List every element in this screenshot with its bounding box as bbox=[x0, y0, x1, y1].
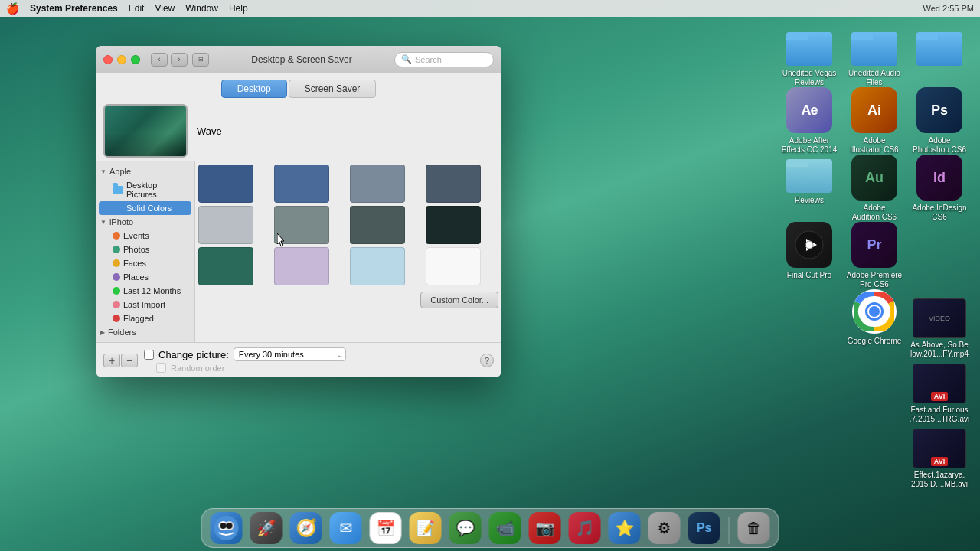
sidebar-item-events[interactable]: Events bbox=[96, 229, 194, 243]
file-icon-mp4[interactable]: VIDEO As.Above,.So.Below.201...FY.mp4 bbox=[905, 298, 974, 359]
sidebar-header-apple[interactable]: ▼ Apple bbox=[96, 165, 194, 178]
icon-label: Adobe PremierePro CS6 bbox=[847, 271, 902, 289]
tab-desktop[interactable]: Desktop bbox=[221, 80, 287, 98]
sidebar-section-label: iPhoto bbox=[109, 217, 133, 227]
desktop-icon-folder3[interactable] bbox=[909, 28, 970, 87]
color-swatch-11[interactable] bbox=[350, 247, 405, 285]
desktop-icon-ae[interactable]: Ae Adobe AfterEffects CC 2014 bbox=[779, 87, 840, 155]
sidebar-item-last12[interactable]: Last 12 Months bbox=[96, 284, 194, 298]
color-swatch-5[interactable] bbox=[198, 206, 253, 244]
icon-label: AdobePhotoshop CS6 bbox=[913, 136, 966, 155]
dock-item-trash[interactable]: 🗑 bbox=[736, 512, 773, 544]
desktop-icon-id[interactable]: Id Adobe InDesignCS6 bbox=[909, 155, 970, 222]
grid-button[interactable]: ⊞ bbox=[192, 53, 209, 67]
dock-item-itunes[interactable]: 🎵 bbox=[567, 512, 603, 544]
desktop-icon-vegas[interactable]: Unedited VegasReviews bbox=[779, 28, 840, 87]
preview-image bbox=[103, 104, 188, 158]
desktop-icon-ps[interactable]: Ps AdobePhotoshop CS6 bbox=[909, 87, 970, 155]
apple-menu[interactable]: 🍎 bbox=[6, 2, 19, 15]
search-box[interactable]: 🔍 Search bbox=[394, 52, 494, 67]
sidebar-item-label: Flagged bbox=[123, 314, 154, 323]
add-button[interactable]: + bbox=[103, 354, 120, 367]
dot-icon bbox=[113, 232, 120, 240]
window-title: Desktop & Screen Saver bbox=[214, 54, 390, 65]
dock-item-finder[interactable] bbox=[208, 512, 245, 544]
dock-item-messages[interactable]: 💬 bbox=[447, 512, 484, 544]
color-swatch-10[interactable] bbox=[274, 247, 329, 285]
search-placeholder: Search bbox=[415, 55, 442, 64]
desktop-icon-chrome[interactable]: Google Chrome bbox=[844, 289, 905, 346]
sidebar-header-iphoto[interactable]: ▼ iPhoto bbox=[96, 215, 194, 229]
help-button[interactable]: ? bbox=[480, 354, 494, 367]
sidebar: ▼ Apple Desktop Pictures Solid Colors ▼ … bbox=[96, 161, 195, 342]
sidebar-section-label: Folders bbox=[108, 328, 136, 337]
random-order-checkbox[interactable] bbox=[156, 363, 166, 373]
back-button[interactable]: ‹ bbox=[151, 53, 168, 67]
sidebar-item-desktop-pictures[interactable]: Desktop Pictures bbox=[96, 178, 194, 201]
menu-window[interactable]: Window bbox=[185, 3, 218, 14]
color-swatch-3[interactable] bbox=[350, 165, 405, 203]
desktop-icon-ai[interactable]: Ai AdobeIllustrator CS6 bbox=[844, 87, 905, 155]
search-icon: 🔍 bbox=[401, 54, 412, 64]
change-picture-section: Change picture: Every 30 minutes Every 5… bbox=[144, 347, 474, 373]
app-name[interactable]: System Preferences bbox=[30, 3, 118, 14]
sidebar-item-faces[interactable]: Faces bbox=[96, 256, 194, 270]
color-swatch-7[interactable] bbox=[350, 206, 405, 244]
remove-button[interactable]: − bbox=[121, 354, 138, 367]
dock-divider bbox=[729, 517, 730, 544]
dock-item-sysprefs[interactable]: ⚙ bbox=[646, 512, 683, 544]
color-swatch-6[interactable] bbox=[274, 206, 329, 244]
sidebar-section-label: Apple bbox=[109, 167, 131, 176]
maximize-button[interactable] bbox=[131, 55, 140, 64]
desktop-icon-au[interactable]: Au AdobeAudition CS6 bbox=[844, 155, 905, 222]
dock-item-notes[interactable]: 📝 bbox=[407, 512, 444, 544]
file-icon-avi2[interactable]: AVI Effect.1azarya.2015.D....MB.avi bbox=[905, 429, 974, 489]
icon-label: AdobeIllustrator CS6 bbox=[850, 136, 898, 155]
change-picture-checkbox[interactable] bbox=[144, 350, 154, 360]
color-swatch-8[interactable] bbox=[426, 206, 481, 244]
change-picture-select[interactable]: Every 30 minutes Every 5 minutes Every h… bbox=[234, 347, 346, 361]
dock-item-facetime[interactable]: 📹 bbox=[487, 512, 524, 544]
minimize-button[interactable] bbox=[117, 55, 126, 64]
dock-item-appstore[interactable]: ⭐ bbox=[606, 512, 643, 544]
menu-help[interactable]: Help bbox=[229, 3, 248, 14]
custom-color-button[interactable]: Custom Color... bbox=[420, 292, 498, 308]
menu-edit[interactable]: Edit bbox=[129, 3, 145, 14]
sidebar-item-photos[interactable]: Photos bbox=[96, 243, 194, 256]
dialog-tabs: Desktop Screen Saver bbox=[96, 73, 501, 98]
tab-screensaver[interactable]: Screen Saver bbox=[289, 80, 377, 98]
custom-color-section: Custom Color... bbox=[198, 292, 498, 308]
forward-button[interactable]: › bbox=[171, 53, 188, 67]
sidebar-item-flagged[interactable]: Flagged bbox=[96, 311, 194, 325]
color-swatch-12[interactable] bbox=[426, 247, 481, 285]
sidebar-item-label: Events bbox=[123, 231, 149, 240]
color-swatch-2[interactable] bbox=[274, 165, 329, 203]
sidebar-item-lastimport[interactable]: Last Import bbox=[96, 298, 194, 311]
desktop-icon-audio[interactable]: Unedited AudioFiles bbox=[844, 28, 905, 87]
dock-item-ps[interactable]: Ps bbox=[686, 512, 723, 544]
file-icon-avi1[interactable]: AVI Fast.and.Furious.7.2015...TRG.avi bbox=[905, 364, 974, 424]
dock-item-mail[interactable]: ✉ bbox=[328, 512, 364, 544]
desktop-file-icons: VIDEO As.Above,.So.Below.201...FY.mp4 AV… bbox=[905, 298, 974, 489]
icon-label: Reviews bbox=[795, 196, 824, 205]
menu-view[interactable]: View bbox=[155, 3, 175, 14]
desktop-icon-fcp[interactable]: Final Cut Pro bbox=[779, 222, 840, 289]
chevron-down-icon: ▼ bbox=[100, 168, 106, 175]
sidebar-item-places[interactable]: Places bbox=[96, 270, 194, 284]
dock-item-calendar[interactable]: 📅 bbox=[368, 512, 404, 544]
change-picture-label: Change picture: bbox=[158, 349, 229, 360]
random-order-row: Random order bbox=[156, 363, 474, 373]
color-swatch-4[interactable] bbox=[426, 165, 481, 203]
dock-item-launchpad[interactable]: 🚀 bbox=[248, 512, 285, 544]
sidebar-header-folders[interactable]: ▶ Folders bbox=[96, 325, 194, 339]
desktop-icon-reviews[interactable]: Reviews bbox=[779, 155, 840, 222]
close-button[interactable] bbox=[103, 55, 113, 64]
color-swatch-9[interactable] bbox=[198, 247, 253, 285]
dock-item-photobooth[interactable]: 📷 bbox=[527, 512, 564, 544]
sidebar-item-solid-colors[interactable]: Solid Colors bbox=[99, 201, 191, 215]
dot-icon bbox=[113, 301, 120, 308]
icon-label: Adobe AfterEffects CC 2014 bbox=[782, 136, 838, 155]
dock-item-safari[interactable]: 🧭 bbox=[288, 512, 325, 544]
color-swatch-1[interactable] bbox=[198, 165, 253, 203]
desktop-icon-pr[interactable]: Pr Adobe PremierePro CS6 bbox=[844, 222, 905, 289]
